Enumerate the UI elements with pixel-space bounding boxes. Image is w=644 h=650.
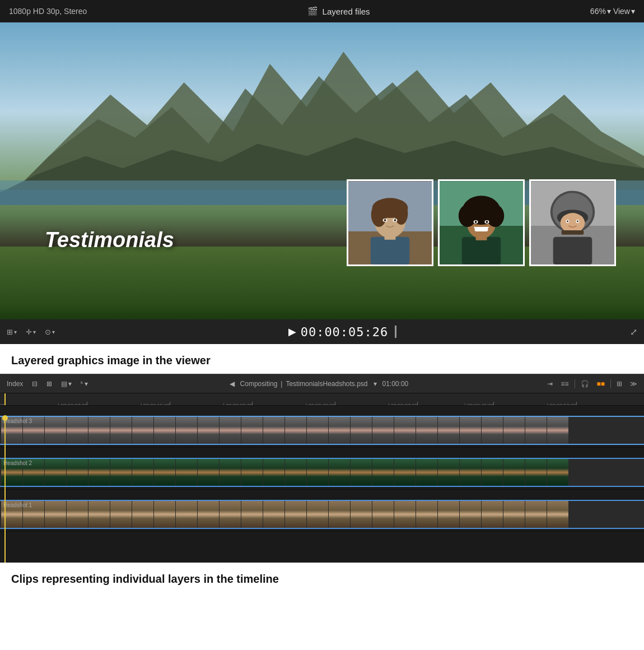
back-arrow-button[interactable]: ◀ bbox=[227, 379, 237, 389]
clip-thumb bbox=[307, 459, 328, 486]
viewer: Testimonials bbox=[0, 22, 644, 319]
chevron-down-icon: ▾ bbox=[68, 380, 72, 388]
clip-thumb bbox=[482, 459, 503, 486]
separator: | bbox=[281, 380, 282, 388]
clip-thumb bbox=[503, 501, 525, 528]
solo-button[interactable]: ■■ bbox=[595, 379, 608, 389]
zoom-dropdown[interactable]: 66% ▾ bbox=[590, 7, 611, 16]
svg-point-25 bbox=[466, 197, 497, 215]
track-headshot-3: Headshot 3 // We'll just repeat the patt… bbox=[0, 416, 644, 448]
clip-thumb bbox=[329, 417, 350, 444]
clip-thumb bbox=[45, 417, 66, 444]
clip-thumb bbox=[416, 459, 437, 486]
clip-appearance-button[interactable]: ⊟ bbox=[30, 379, 40, 389]
svg-point-40 bbox=[577, 220, 578, 222]
clip-thumb bbox=[285, 501, 306, 528]
clip-strip-headshot-1[interactable]: .t1 { flex:0 0 38px; height:100%; backgr… bbox=[0, 500, 644, 529]
file-label: TestimonialsHeadshots.psd bbox=[286, 380, 367, 388]
clip-thumb bbox=[110, 417, 132, 444]
svg-rect-42 bbox=[562, 230, 584, 234]
clip-thumb bbox=[482, 501, 503, 528]
snap-button[interactable]: ⇥ bbox=[545, 379, 555, 389]
headshot-person-1 bbox=[348, 181, 432, 264]
clip-height-button[interactable]: ⊠ bbox=[44, 379, 54, 389]
options-icon: ▤ bbox=[61, 380, 67, 388]
clip-thumb bbox=[67, 417, 88, 444]
color-icon: ⊙ bbox=[45, 328, 51, 336]
overflow-button[interactable]: ≫ bbox=[628, 379, 640, 389]
svg-rect-19 bbox=[462, 236, 501, 264]
track-1-label: Headshot 1 bbox=[3, 502, 32, 508]
transform-button[interactable]: ✛ ▾ bbox=[26, 328, 36, 336]
clip-thumb bbox=[394, 501, 416, 528]
skimmer-button[interactable]: ≡≡ bbox=[558, 379, 571, 389]
clip-thumb bbox=[351, 459, 372, 486]
time-label: 01:00:00 bbox=[382, 380, 409, 388]
toolbar-separator bbox=[575, 379, 575, 388]
track-3-clips[interactable]: // We'll just repeat the pattern via inl… bbox=[0, 416, 644, 445]
ruler-mark-2: | 00:00:15:00 bbox=[170, 402, 170, 405]
clip-thumb bbox=[503, 459, 525, 486]
add-button[interactable]: ⊞ bbox=[614, 379, 624, 389]
clip-strip-headshot-2[interactable]: .t2 { flex:0 0 38px; height:100%; backgr… bbox=[0, 458, 644, 487]
color-button[interactable]: ⊙ ▾ bbox=[45, 328, 55, 336]
fullscreen-button[interactable]: ⤢ bbox=[630, 327, 637, 337]
speed-button[interactable]: ᵏ ▾ bbox=[78, 379, 90, 389]
clip-thumb bbox=[416, 501, 437, 528]
svg-point-11 bbox=[371, 202, 387, 227]
playback-controls: ▶ 00:00:05:26 bbox=[64, 325, 621, 339]
clip-thumb bbox=[67, 501, 88, 528]
clip-thumb bbox=[220, 501, 241, 528]
svg-point-29 bbox=[475, 221, 477, 223]
clip-thumb bbox=[438, 459, 459, 486]
clip-thumb bbox=[525, 459, 547, 486]
clip-thumb bbox=[372, 417, 394, 444]
clip-thumb bbox=[154, 417, 175, 444]
svg-point-36 bbox=[561, 213, 585, 233]
svg-point-15 bbox=[384, 219, 386, 221]
clip-thumb bbox=[482, 417, 503, 444]
ruler-mark-5: | 00:00:37:30 bbox=[417, 402, 418, 405]
clip-thumb bbox=[110, 459, 132, 486]
view-dropdown[interactable]: View ▾ bbox=[613, 7, 635, 16]
play-button[interactable]: ▶ bbox=[288, 326, 296, 338]
clip-options-button[interactable]: ▤ ▾ bbox=[59, 379, 74, 389]
layout-button[interactable]: ⊞ ▾ bbox=[7, 328, 17, 336]
timeline-toolbar-right: ⇥ ≡≡ 🎧 ■■ ⊞ ≫ bbox=[545, 379, 640, 389]
project-info: 🎬 Layered files bbox=[307, 6, 370, 16]
chevron-down-icon: ▾ bbox=[33, 329, 36, 335]
section-label-bottom: Clips representing individual layers in … bbox=[0, 563, 644, 592]
compositing-label: Compositing bbox=[240, 380, 278, 388]
file-dropdown-button[interactable]: ▾ bbox=[371, 379, 379, 389]
clip-thumb bbox=[154, 459, 175, 486]
clip-thumb bbox=[88, 501, 110, 528]
clip-thumb bbox=[220, 417, 241, 444]
clip-thumb bbox=[525, 417, 547, 444]
timeline-wrapper: Index ⊟ ⊠ ▤ ▾ ᵏ ▾ ◀ Compositing | Testim… bbox=[0, 374, 644, 563]
clip-thumb bbox=[198, 501, 219, 528]
clip-thumb bbox=[547, 417, 568, 444]
clip-thumb bbox=[307, 417, 328, 444]
clip-thumb bbox=[438, 417, 459, 444]
clip-thumb bbox=[132, 459, 153, 486]
headshot-frame-2 bbox=[438, 179, 525, 266]
ruler-mark-6: | 00:00:45:00 bbox=[493, 402, 494, 405]
chevron-down-icon: ▾ bbox=[14, 329, 17, 335]
audio-button[interactable]: 🎧 bbox=[578, 379, 591, 389]
timeline-toolbar-left: Index ⊟ ⊠ ▤ ▾ ᵏ ▾ bbox=[4, 379, 90, 389]
view-controls: 66% ▾ View ▾ bbox=[590, 7, 635, 16]
ruler-mark-3: | 00:00:22:30 bbox=[252, 402, 253, 405]
index-button[interactable]: Index bbox=[4, 379, 25, 389]
section-label-top: Layered graphics image in the viewer bbox=[0, 344, 644, 374]
track-headshot-2: Headshot 2 .t2 { flex:0 0 38px; height:1… bbox=[0, 458, 644, 490]
layout-icon: ⊞ bbox=[7, 328, 13, 336]
track-1-clips[interactable]: .t1 { flex:0 0 38px; height:100%; backgr… bbox=[0, 500, 644, 529]
svg-point-16 bbox=[394, 219, 396, 221]
clip-thumb bbox=[88, 459, 110, 486]
ruler-mark-1: | 00:00:07:30 bbox=[87, 402, 87, 405]
clip-thumb bbox=[241, 459, 263, 486]
track-2-clips[interactable]: .t2 { flex:0 0 38px; height:100%; backgr… bbox=[0, 458, 644, 487]
clip-strip-headshot-3[interactable]: // We'll just repeat the pattern via inl… bbox=[0, 416, 644, 445]
clip-thumb bbox=[438, 501, 459, 528]
clip-thumb bbox=[198, 459, 219, 486]
